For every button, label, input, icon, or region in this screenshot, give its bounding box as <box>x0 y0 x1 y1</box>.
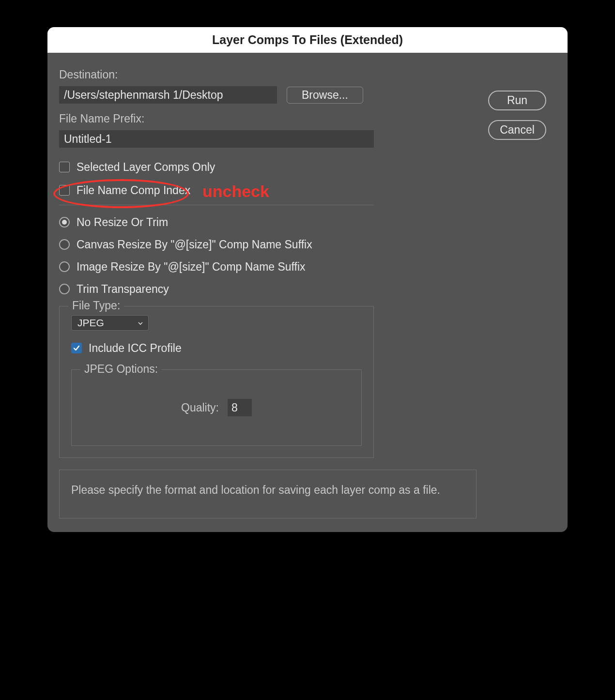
titlebar: Layer Comps To Files (Extended) <box>47 27 568 53</box>
radio-canvas-resize[interactable] <box>59 239 70 250</box>
prefix-label: File Name Prefix: <box>59 112 477 125</box>
radio-image-resize[interactable] <box>59 261 70 272</box>
checkbox-selected-only[interactable] <box>59 162 70 172</box>
radio-canvas-resize-row: Canvas Resize By "@[size]" Comp Name Suf… <box>59 235 477 254</box>
filetype-select[interactable]: JPEG <box>71 315 149 331</box>
checkbox-comp-index-label: File Name Comp Index <box>77 184 190 197</box>
radio-trim-row: Trim Transparency <box>59 280 477 298</box>
radio-trim-label: Trim Transparency <box>77 283 169 296</box>
cancel-button[interactable]: Cancel <box>488 120 546 140</box>
chevron-down-icon <box>138 317 143 329</box>
checkbox-selected-only-label: Selected Layer Comps Only <box>77 161 215 174</box>
checkbox-selected-only-row: Selected Layer Comps Only <box>59 157 477 177</box>
quality-row: Quality: <box>181 399 252 416</box>
radio-image-resize-label: Image Resize By "@[size]" Comp Name Suff… <box>77 260 306 274</box>
divider <box>59 205 374 205</box>
dialog-title: Layer Comps To Files (Extended) <box>212 33 403 46</box>
destination-row: Browse... <box>59 86 477 104</box>
fieldset-filetype-legend: File Type: <box>68 299 124 312</box>
checkbox-icc[interactable] <box>71 343 82 353</box>
checkbox-icc-label: Include ICC Profile <box>89 342 182 355</box>
destination-label: Destination: <box>59 68 477 81</box>
checkbox-comp-index[interactable] <box>59 185 70 196</box>
radio-trim[interactable] <box>59 284 70 294</box>
quality-label: Quality: <box>181 401 219 414</box>
radio-canvas-resize-label: Canvas Resize By "@[size]" Comp Name Suf… <box>77 238 312 251</box>
quality-input[interactable] <box>228 399 252 416</box>
dialog-content: Destination: Browse... File Name Prefix:… <box>47 53 568 532</box>
run-button[interactable]: Run <box>488 91 546 110</box>
action-column: Run Cancel <box>488 68 556 518</box>
radio-no-resize-label: No Resize Or Trim <box>77 216 168 229</box>
browse-button[interactable]: Browse... <box>287 87 363 104</box>
radio-no-resize[interactable] <box>59 217 70 228</box>
fieldset-filetype: File Type: JPEG Include ICC Profile JPEG… <box>59 306 374 458</box>
dialog-layer-comps-to-files: Layer Comps To Files (Extended) Destinat… <box>47 27 568 532</box>
info-message: Please specify the format and location f… <box>59 470 477 518</box>
radio-image-resize-row: Image Resize By "@[size]" Comp Name Suff… <box>59 258 477 276</box>
checkbox-icc-row: Include ICC Profile <box>71 338 362 358</box>
fieldset-jpeg-legend: JPEG Options: <box>80 363 162 376</box>
prefix-input[interactable] <box>59 130 374 148</box>
filetype-select-value: JPEG <box>77 317 104 328</box>
radio-no-resize-row: No Resize Or Trim <box>59 213 477 231</box>
checkbox-comp-index-row: File Name Comp Index <box>59 181 477 200</box>
destination-input[interactable] <box>59 86 277 104</box>
main-column: Destination: Browse... File Name Prefix:… <box>59 68 477 518</box>
fieldset-jpeg-options: JPEG Options: Quality: <box>71 369 362 446</box>
